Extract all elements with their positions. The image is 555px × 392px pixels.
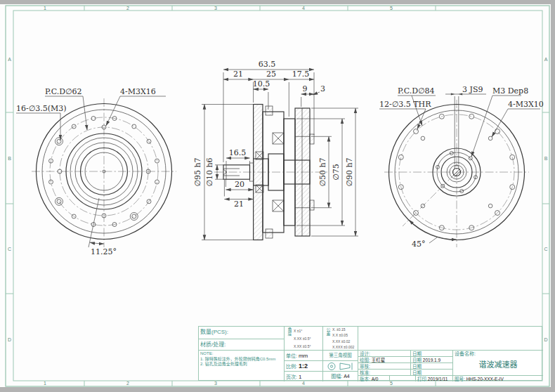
quantity-cell: 数量(PCS):: [199, 327, 284, 339]
slot-3js9-label: 3 JS9: [462, 85, 483, 94]
drawn-date-cell: 日期 2019.1.9: [410, 356, 452, 362]
zone-label: 5: [390, 6, 393, 11]
sheet-no-label: 页次:: [286, 374, 297, 379]
format-label: 图幅:: [331, 374, 342, 379]
drawn-name: 王红星: [372, 358, 386, 362]
zone-label: A: [544, 57, 548, 62]
drawing-sheet: 1 2 3 4 5 1 2 3 4 5 A B C D A B C D: [0, 0, 555, 392]
zone-label: A: [8, 57, 11, 62]
device-name-cell: 设备名称: 谐波减速器: [452, 350, 543, 375]
zone-label: 5: [390, 381, 393, 386]
dim-21: 21: [233, 70, 243, 79]
date-label: 日期: [412, 358, 422, 362]
m3x10-label: 4-M3X10: [508, 100, 544, 109]
projection-label: 第三角视图: [329, 353, 352, 358]
dim-17-5: 17.5: [292, 70, 310, 79]
projection-symbol-icon: [325, 362, 356, 371]
projection-symbol-cell: [322, 360, 358, 371]
linear-tolerance-header: 公差: [323, 327, 331, 350]
angle-tol-row: X.XX ±0.5°: [294, 337, 322, 341]
zone-label: 2: [126, 6, 129, 11]
dim-10-5: 10.5: [253, 79, 270, 89]
quantity-label: 数量(PCS):: [200, 329, 228, 335]
approve-cell: 核准:: [358, 369, 410, 375]
drawing-number-value: HHS-20-XXX-E-IV: [466, 377, 504, 381]
lin-tol-row: X.XX ±0.02: [332, 339, 358, 344]
drawn-label: 绘图:: [360, 358, 370, 362]
sheet-no-value: 1: [299, 374, 301, 380]
version-value: A/0: [372, 377, 379, 381]
dim-9: 9: [303, 84, 308, 93]
print-date: 2019/1/11: [428, 377, 448, 381]
drawn-cell: 绘图: 王红星: [358, 356, 410, 362]
material-label: 材质/处理:: [200, 341, 226, 348]
zone-label: C: [8, 247, 11, 251]
left-flange-view: 16-∅3.5(M3) P.C.D∅62 4-M3X16 11.25°: [16, 87, 176, 256]
blank-small-cell: [389, 375, 415, 381]
check-date-cell: 日期: [410, 362, 452, 369]
angle-11-25-label: 11.25°: [91, 247, 117, 256]
lin-tol-row: X.XXX ±0.002: [332, 345, 358, 349]
dim-dia95: ∅95 h7: [193, 157, 202, 186]
lin-tol-row: X.X ±0.05: [332, 333, 358, 337]
zone-label: 3: [214, 6, 217, 11]
approve-label: 核准:: [360, 370, 370, 375]
device-name-value: 谐波减速器: [455, 357, 542, 372]
dim-25: 25: [266, 70, 276, 79]
format-cell: 图幅: A4: [322, 371, 358, 381]
angle-45-label: 45°: [412, 240, 426, 249]
zone-label: 2: [126, 381, 129, 386]
design-label: 设计:: [360, 351, 370, 356]
unit-value: mm: [299, 353, 308, 359]
zone-label: 4: [302, 381, 305, 386]
angle-tol-row: X ±1°: [294, 329, 322, 333]
zone-label: 1: [44, 381, 46, 386]
design-date-cell: 日期: [410, 350, 452, 356]
design-cell: 设计:: [358, 350, 410, 356]
drawing-number-label: 图号:: [455, 377, 465, 381]
m3dep8-label: M3 Dep8: [492, 86, 528, 96]
m3x16-label: 4-M3X16: [120, 87, 156, 96]
angle-tolerance-cell: 角度 X ±1° X.XX ±0.5° X.XX ±0.5°: [284, 327, 322, 350]
approve-date-cell: 日期: [410, 369, 452, 375]
zone-label: B: [8, 156, 11, 161]
pcd84-label: P.C.D∅84: [398, 86, 435, 96]
scale-cell: 比例: 1:2: [284, 360, 322, 371]
version-cell: 版本: A/0: [358, 375, 389, 381]
drawn-date-value: 2019.1.9: [423, 358, 440, 362]
dim-total-length: 63.5: [259, 60, 276, 69]
pcd62-label: P.C.D∅62: [45, 87, 82, 96]
note-line: 2. 钻孔及边角全处理毛刺: [200, 362, 282, 367]
projection-cell: 第三角视图: [322, 350, 358, 360]
dim-21b: 21: [234, 200, 244, 209]
dim-3: 3: [320, 84, 325, 93]
dim-20: 20: [235, 180, 244, 189]
notes-cell: NOTE: 1. 除特殊标注外，外轮廓倒钝角C0.5mm 2. 钻孔及边角全处理…: [199, 350, 284, 381]
title-block: 数量(PCS): 材质/处理: NOTE: 1. 除特殊标注外，外轮廓倒钝角C0…: [198, 326, 542, 381]
dim-dia50: ∅50 h7: [318, 157, 327, 186]
lin-tol-row: X. ±0.15: [332, 327, 358, 332]
scale-value: 1:2: [299, 362, 308, 370]
zone-label: 3: [214, 381, 217, 386]
zone-label: 4: [302, 6, 305, 11]
date-label: 日期: [412, 370, 422, 375]
date-label: 日期: [412, 364, 422, 369]
version-label: 版本:: [360, 377, 370, 381]
section-view: 63.5 21 25 17.5 10.5 9 3 16.5 20 21 ∅10 …: [193, 60, 358, 240]
zone-label: 1: [44, 6, 46, 11]
angle-tol-row: X.XX ±0.5°: [294, 344, 322, 348]
print-label: 打印: [417, 377, 426, 381]
drawing-number-cell: 图号: HHS-20-XXX-E-IV: [452, 375, 543, 381]
zone-label: C: [544, 247, 547, 251]
dim-dia90: ∅90 h7: [345, 157, 354, 186]
check-cell: 审核:: [358, 362, 410, 369]
note-line: 1. 除特殊标注外，外轮廓倒钝角C0.5mm: [200, 357, 282, 362]
angle-tolerance-header: 角度: [285, 327, 292, 350]
print-cell: 打印 2019/1/11: [415, 375, 452, 381]
note-line: NOTE:: [200, 351, 282, 357]
date-label: 日期: [412, 351, 422, 356]
material-cell: 材质/处理:: [199, 339, 284, 350]
scale-label: 比例:: [286, 364, 297, 369]
linear-tolerance-cell: 公差 X. ±0.15 X.X ±0.05 X.XX ±0.02 X.XXX ±…: [322, 327, 358, 350]
check-label: 审核:: [360, 364, 370, 369]
